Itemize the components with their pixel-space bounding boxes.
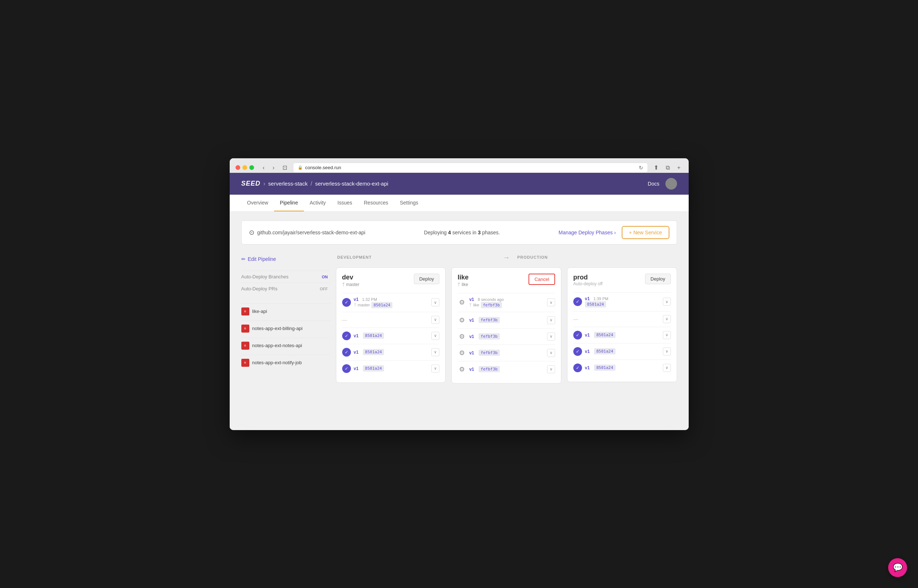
- chevron-prod-4[interactable]: ∨: [663, 364, 671, 372]
- service-row-dev-4: ✓ v1 8501a24 ∨: [342, 360, 440, 376]
- main-service-top-prod: v1 1:39 PM: [585, 296, 608, 301]
- branch-dev-main: master: [358, 303, 370, 307]
- services-label: services in: [453, 229, 478, 236]
- nav-tabs: Overview Pipeline Activity Issues Resour…: [230, 195, 688, 212]
- stage-prod: prod Auto-deploy off Deploy ✓ v1: [567, 267, 677, 383]
- cancel-button-like[interactable]: Cancel: [528, 274, 555, 285]
- breadcrumb-repo[interactable]: serverless-stack-demo-ext-api: [315, 181, 388, 187]
- stage-name-dev: dev: [342, 274, 360, 281]
- development-label: DEVELOPMENT: [336, 255, 497, 259]
- sidebar-service-notes-api[interactable]: ≡ notes-app-ext-notes-api: [241, 338, 330, 353]
- header-left: SEED › serverless-stack / serverless-sta…: [241, 180, 388, 187]
- tab-pipeline[interactable]: Pipeline: [274, 195, 304, 212]
- commit-prod-4: 8501a24: [594, 365, 615, 371]
- commit-like-1: fefbf3b: [478, 317, 500, 323]
- chevron-dev-2[interactable]: ∨: [432, 332, 440, 340]
- stages-area: DEVELOPMENT → PRODUCTION dev: [336, 253, 677, 383]
- address-bar[interactable]: 🔒 console.seed.run ↻: [293, 163, 648, 173]
- chevron-dev-1[interactable]: ∨: [432, 316, 440, 324]
- version-dev-main: v1: [354, 297, 359, 302]
- auto-deploy-prs-value: OFF: [318, 286, 330, 292]
- reload-button[interactable]: ↻: [639, 165, 643, 171]
- new-tab-button[interactable]: +: [675, 164, 682, 172]
- tab-resources[interactable]: Resources: [358, 195, 394, 212]
- sidebar-service-notify-job[interactable]: ≡ notes-app-ext-notify-job: [241, 355, 330, 370]
- chevron-like-4[interactable]: ∨: [547, 365, 555, 373]
- check-icon-prod-main: ✓: [573, 297, 582, 306]
- chat-button[interactable]: 💬: [888, 558, 907, 577]
- tabs-button[interactable]: ⧉: [664, 164, 672, 172]
- chevron-prod-main[interactable]: ∨: [663, 298, 671, 305]
- production-label: PRODUCTION: [516, 255, 677, 259]
- service-row-dev-3: ✓ v1 8501a24 ∨: [342, 344, 440, 360]
- gear-icon-like-3: ⚙: [457, 349, 466, 357]
- share-button[interactable]: ⬆: [651, 163, 661, 172]
- branch-like-main: like: [473, 303, 479, 307]
- edit-pipeline-button[interactable]: ✏ Edit Pipeline: [241, 253, 330, 265]
- tab-settings[interactable]: Settings: [394, 195, 424, 212]
- service-row-dev-2: ✓ v1 8501a24 ∨: [342, 328, 440, 344]
- new-service-button[interactable]: + New Service: [622, 226, 669, 239]
- tab-activity[interactable]: Activity: [304, 195, 331, 212]
- auto-deploy-branches-value: ON: [320, 274, 330, 280]
- service-name-billing-api: notes-app-ext-billing-api: [252, 326, 303, 331]
- manage-deploy-phases-link[interactable]: Manage Deploy Phases ›: [559, 229, 616, 236]
- chevron-dev-main[interactable]: ∨: [432, 298, 440, 306]
- sidebar-service-like-api[interactable]: ≡ like-api: [241, 304, 330, 319]
- seed-logo[interactable]: SEED: [241, 180, 260, 187]
- chat-icon: 💬: [893, 563, 903, 572]
- commit-prod-3: 8501a24: [594, 348, 615, 354]
- check-icon-prod-3: ✓: [573, 347, 582, 356]
- chevron-dev-3[interactable]: ∨: [432, 348, 440, 356]
- version-like-3: v1: [469, 351, 474, 355]
- breadcrumb-separator: ›: [263, 181, 265, 187]
- commit-dev-main: 8501a24: [371, 302, 393, 308]
- main-service-info-like: v1 8 seconds ago ᛘ like fefbf3b: [469, 297, 504, 308]
- phases-count: 3: [478, 229, 481, 236]
- chevron-dev-4[interactable]: ∨: [432, 365, 440, 373]
- version-like-1: v1: [469, 318, 474, 323]
- stage-branch-like: ᛘ like: [457, 282, 469, 287]
- sidebar-toggle-icon[interactable]: ⊡: [280, 163, 289, 172]
- chevron-like-1[interactable]: ∨: [547, 316, 555, 324]
- chevron-like-3[interactable]: ∨: [547, 349, 555, 357]
- minimize-button[interactable]: [242, 165, 247, 170]
- stage-card-prod: prod Auto-deploy off Deploy ✓ v1: [567, 267, 677, 382]
- forward-button[interactable]: ›: [270, 164, 276, 172]
- back-button[interactable]: ‹: [260, 164, 267, 172]
- check-icon-dev-main: ✓: [342, 298, 351, 307]
- chevron-prod-3[interactable]: ∨: [663, 347, 671, 355]
- gear-icon-like-1: ⚙: [457, 316, 466, 325]
- chevron-prod-2[interactable]: ∨: [663, 331, 671, 339]
- auto-deploy-prs-setting: Auto-Deploy PRs OFF: [241, 283, 330, 295]
- commit-prod-main: 8501a24: [585, 301, 606, 307]
- maximize-button[interactable]: [249, 165, 254, 170]
- breadcrumb-org[interactable]: serverless-stack: [268, 181, 307, 187]
- stage-name-like: like: [457, 274, 469, 281]
- service-row-prod-4: ✓ v1 8501a24 ∨: [573, 360, 671, 376]
- check-icon-dev-3: ✓: [342, 348, 351, 357]
- version-dev-4: v1: [354, 366, 359, 371]
- chevron-prod-1[interactable]: ∨: [663, 315, 671, 323]
- docs-link[interactable]: Docs: [648, 181, 659, 187]
- avatar[interactable]: [665, 178, 677, 189]
- auto-deploy-branches-setting: Auto-Deploy Branches ON: [241, 271, 330, 283]
- service-icon-like-api: ≡: [241, 307, 249, 315]
- branch-info-prod-main: 8501a24: [585, 301, 608, 307]
- pipeline-layout: ✏ Edit Pipeline Auto-Deploy Branches ON …: [241, 253, 677, 383]
- deploy-button-dev[interactable]: Deploy: [414, 274, 440, 284]
- tab-issues[interactable]: Issues: [331, 195, 358, 212]
- chevron-like-main[interactable]: ∨: [547, 298, 555, 306]
- version-dev-3: v1: [354, 350, 359, 355]
- arrow-icon: →: [497, 253, 516, 262]
- edit-pipeline-label: Edit Pipeline: [248, 256, 276, 262]
- chevron-like-2[interactable]: ∨: [547, 333, 555, 341]
- deploy-button-prod[interactable]: Deploy: [645, 274, 671, 284]
- tab-overview[interactable]: Overview: [241, 195, 274, 212]
- sidebar-service-billing-api[interactable]: ≡ notes-app-ext-billing-api: [241, 321, 330, 336]
- repo-link[interactable]: ⊙ github.com/jayair/serverless-stack-dem…: [249, 228, 365, 236]
- service-icon-billing-api: ≡: [241, 325, 249, 333]
- version-dev-2: v1: [354, 333, 359, 338]
- service-row-like-2: ⚙ v1 fefbf3b ∨: [457, 328, 555, 344]
- close-button[interactable]: [236, 165, 240, 170]
